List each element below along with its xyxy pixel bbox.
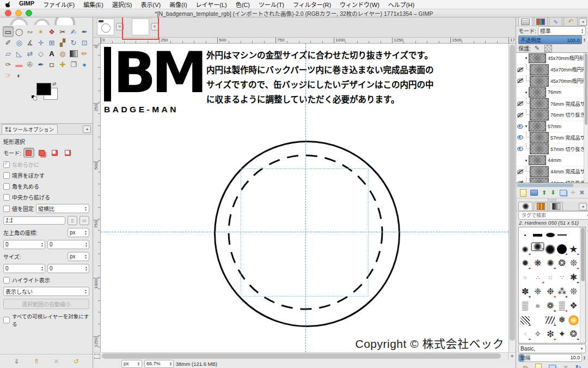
new-layer-group-button[interactable] [530,190,538,196]
position-y-spinbox[interactable]: ▲▼ [47,240,89,249]
tool-heal[interactable]: ✚ [57,59,68,70]
delete-brush-button[interactable]: ✖ [563,365,568,368]
size-height-spinbox[interactable]: ▲▼ [47,264,89,273]
duplicate-brush-button[interactable] [549,365,556,368]
tab-patterns[interactable] [534,202,548,210]
position-x-input[interactable] [4,241,41,248]
brush-soft-s[interactable]: + [519,242,531,256]
landscape-orientation-button[interactable]: ▭ [79,216,89,225]
dock-menu-button[interactable]: ◂ [579,18,587,26]
feather-checkbox[interactable] [3,172,10,179]
expand-from-center-checkbox[interactable] [3,194,10,201]
brush-g[interactable]: ❂+ [568,327,579,341]
zoom-level-spinbox[interactable]: ▲▼ [144,360,174,368]
anchor-layer-button[interactable]: ✛ [571,190,575,196]
tool-move[interactable]: ✛ [35,37,46,48]
dock-menu-button[interactable]: ◂ [83,125,91,133]
menu-item-gimp[interactable]: GIMP [15,0,39,9]
position-unit-select[interactable]: px ▲▼ [68,228,89,237]
sample-merged-checkbox[interactable] [3,317,10,323]
brush-g2[interactable]: ≋ [531,299,544,313]
status-unit-select[interactable]: px▲▼ [121,360,142,368]
image-tab-badge-template[interactable]: ✕ [96,17,128,37]
layer-row[interactable]: ▼45x70mm楕円形 [516,53,588,64]
tool-crop[interactable]: ▞ [57,37,68,48]
tool-paths[interactable]: ✒ [79,26,90,37]
brush-dot[interactable] [519,228,531,242]
brush-g[interactable]: ❅ [556,313,568,327]
raise-layer-button[interactable]: ⬆ [542,190,547,196]
fixed-checkbox[interactable] [3,206,10,212]
refresh-brushes-button[interactable]: ↻ [575,364,581,368]
delete-tool-preset-button[interactable]: ✕ [53,358,59,365]
image-viewport[interactable]: BM BADGE-MAN 外円はマシンの金型サイズに合わせた切り抜きサイズです。… [101,44,509,352]
tool-scissors-select[interactable]: ✂ [57,26,68,37]
brush-g[interactable]: ❊ [568,285,579,299]
reset-tool-options-button[interactable]: ↺ [74,358,79,365]
layer-visibility-toggle[interactable] [516,101,524,106]
horizontal-guide[interactable] [101,232,509,232]
vertical-guide[interactable] [305,44,306,352]
mode-subtract-button[interactable] [50,148,60,158]
menu-item-7[interactable]: 色(C) [231,0,254,9]
tab-brushes[interactable] [518,202,532,210]
brush-g[interactable]: ❉+ [544,285,556,299]
tab-channels[interactable] [534,17,548,26]
tool-pencil[interactable]: ✏ [79,48,90,59]
tool-perspective-clone[interactable]: ❐ [68,59,79,70]
layer-group-expander[interactable]: ▼ [524,159,529,162]
tool-eraser[interactable]: ▬ [14,59,24,70]
size-unit-select[interactable]: px ▲▼ [68,252,89,261]
brush-spacing-slider[interactable]: 間隔 10.0 [518,354,582,362]
mode-replace-button[interactable] [23,148,34,158]
lock-alpha-icon[interactable] [544,45,552,52]
tool-paintbrush[interactable]: ✑ [3,59,14,70]
antialias-checkbox[interactable] [3,161,10,168]
brush-g[interactable]: ✱+ [568,270,579,285]
tool-ink[interactable]: ✒ [35,59,46,70]
menu-item-4[interactable]: 表示(V) [137,0,166,9]
tool-ellipse-select[interactable]: ◯ [14,26,24,37]
rounded-corners-checkbox[interactable] [3,183,10,190]
tool-free-select[interactable]: ∾ [24,26,35,37]
tool-gradient[interactable] [68,48,79,59]
brush-g[interactable]: ❁+ [544,299,556,313]
layer-group-expander[interactable]: ▼ [524,91,529,94]
menu-item-11[interactable]: ヘルプ(H) [384,0,419,9]
close-image-tab-icon[interactable]: ✕ [116,23,124,31]
save-tool-preset-button[interactable]: ⇓ [14,358,19,365]
brush-soft-l[interactable] [544,242,556,256]
tool-select-by-color[interactable]: ❖ [46,26,57,37]
tool-dodge-burn[interactable]: ◐ [14,70,24,81]
tool-scale[interactable]: ⊡ [79,37,90,48]
menu-item-6[interactable]: レイヤー(L) [192,0,231,9]
tool-cage-transform[interactable]: ◇ [35,48,46,59]
size-width-spinbox[interactable]: ▲▼ [3,264,45,273]
restore-tool-preset-button[interactable]: ⇑ [34,358,39,365]
brush-g[interactable]: ❈ [531,285,544,299]
image-tab-blank[interactable]: ✕ [131,17,163,37]
brush-g[interactable]: ✧ [531,327,544,341]
brush-g[interactable]: ✹+ [519,256,531,270]
dock-menu-button[interactable]: ◂ [579,203,587,210]
brush-g[interactable]: ✽+ [519,285,531,299]
size-width-input[interactable] [4,265,41,272]
new-brush-button[interactable] [535,364,542,368]
layer-visibility-toggle[interactable] [516,113,524,117]
layer-row[interactable]: ▼57mm [516,121,588,132]
brush-line[interactable] [556,228,568,242]
brush-g[interactable]: ❇+ [544,327,556,341]
layer-visibility-toggle[interactable] [516,147,524,151]
delete-layer-button[interactable]: ✖ [579,190,584,196]
brush-grid-scrollbar[interactable] [580,227,585,343]
fixed-option-select[interactable]: 縦横比 ▲▼ [36,204,89,213]
layer-mode-select[interactable]: 標準▲▼ [538,26,586,35]
brush-ellipse[interactable] [544,228,556,242]
foreground-color-swatch[interactable] [36,83,51,95]
layer-row[interactable]: 45x70mm楕円形 [516,76,588,87]
layer-visibility-toggle[interactable] [516,68,524,72]
brush-search-field[interactable]: ▼ [518,211,588,220]
layer-row[interactable]: 57mm 完成品サイ [516,132,588,144]
menu-item-3[interactable]: 選択(S) [108,0,137,9]
lock-pixels-icon[interactable]: ✎ [535,45,540,52]
